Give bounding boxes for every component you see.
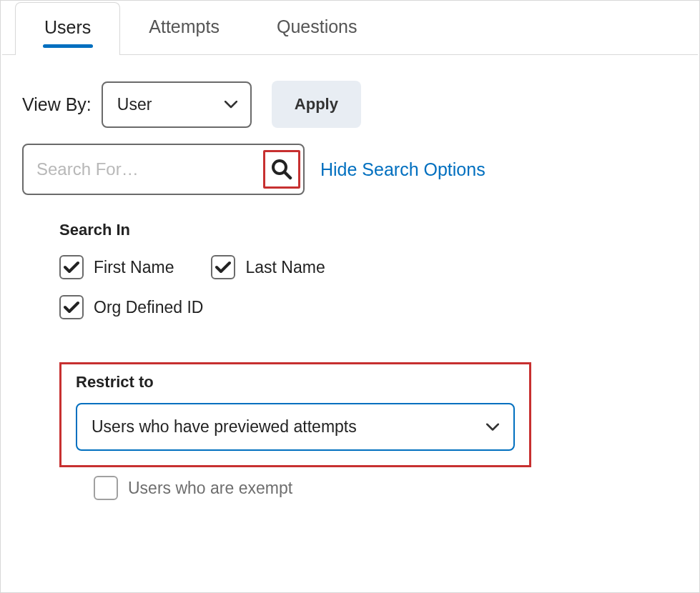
- tab-attempts[interactable]: Attempts: [120, 2, 248, 54]
- search-in-section: Search In First Name Last Name: [59, 221, 678, 319]
- first-name-checkbox-item[interactable]: First Name: [59, 255, 174, 279]
- first-name-checkbox: [59, 255, 84, 279]
- viewby-select-wrapper: User: [102, 81, 252, 128]
- restrict-to-section: Restrict to Users who have previewed att…: [59, 362, 531, 467]
- viewby-label: View By:: [22, 94, 92, 115]
- tab-content: View By: User Apply Hide Sear: [2, 55, 698, 514]
- org-id-label: Org Defined ID: [94, 298, 203, 317]
- last-name-checkbox: [211, 255, 235, 279]
- search-input[interactable]: [24, 148, 263, 191]
- org-id-checkbox-item[interactable]: Org Defined ID: [59, 295, 203, 319]
- search-button[interactable]: [263, 150, 300, 189]
- check-icon: [64, 301, 79, 314]
- viewby-select[interactable]: User: [102, 81, 252, 128]
- apply-button[interactable]: Apply: [272, 81, 361, 128]
- exempt-checkbox: [94, 476, 118, 500]
- tab-users[interactable]: Users: [15, 2, 120, 55]
- tab-questions[interactable]: Questions: [248, 2, 386, 54]
- svg-line-1: [285, 172, 290, 178]
- check-icon: [64, 261, 79, 274]
- search-box: [22, 144, 305, 195]
- exempt-label: Users who are exempt: [128, 479, 292, 498]
- tab-bar: Users Attempts Questions: [2, 2, 698, 55]
- restrict-select-wrapper: Users who have previewed attempts: [76, 403, 515, 451]
- last-name-checkbox-item[interactable]: Last Name: [211, 255, 325, 279]
- viewby-row: View By: User Apply: [22, 81, 678, 128]
- restrict-select[interactable]: Users who have previewed attempts: [76, 403, 515, 451]
- hide-search-options-link[interactable]: Hide Search Options: [320, 159, 485, 180]
- org-id-checkbox: [59, 295, 84, 319]
- search-in-row-2: Org Defined ID: [59, 295, 678, 319]
- restrict-to-title: Restrict to: [76, 373, 515, 392]
- search-icon: [271, 159, 292, 180]
- search-in-row-1: First Name Last Name: [59, 255, 678, 279]
- search-in-title: Search In: [59, 221, 678, 239]
- last-name-label: Last Name: [245, 258, 325, 277]
- exempt-checkbox-item[interactable]: Users who are exempt: [94, 476, 678, 500]
- exempt-row: Users who are exempt: [94, 476, 678, 500]
- first-name-label: First Name: [94, 258, 174, 277]
- check-icon: [215, 261, 231, 274]
- search-row: Hide Search Options: [22, 144, 678, 195]
